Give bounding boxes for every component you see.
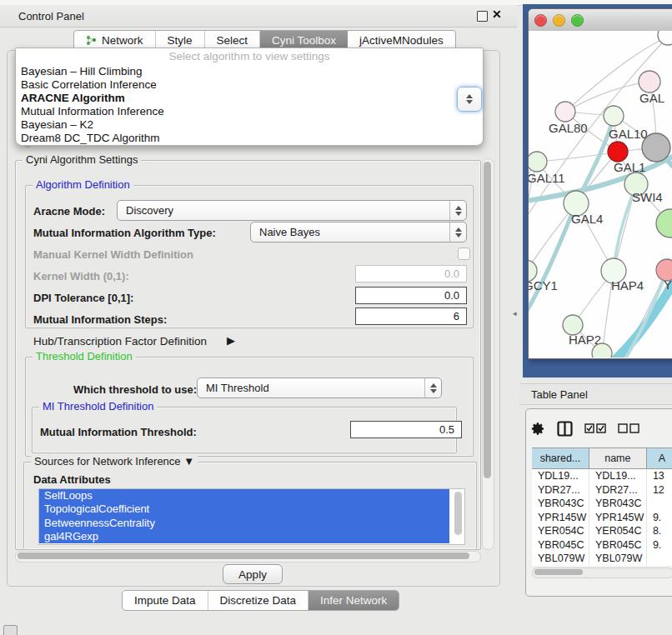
algorithm-option[interactable]: ARACNE Algorithm (16, 92, 483, 105)
dpi-tolerance-label: DPI Tolerance [0,1]: (33, 292, 133, 304)
aracne-mode-value: Discovery (118, 204, 449, 217)
which-threshold-label: Which threshold to use: (73, 383, 197, 396)
table-horizontal-scrollbar[interactable] (532, 568, 672, 578)
algorithm-option[interactable]: Basic Correlation Inference (16, 78, 483, 92)
collapse-arrow-icon[interactable]: ▼ (183, 455, 194, 468)
dpi-tolerance-value: 0.0 (444, 289, 459, 302)
sources-title: Sources for Network Inference ▼ (31, 455, 198, 468)
algorithm-option[interactable]: Bayesian – Hill Climbing (16, 65, 483, 78)
node[interactable] (592, 343, 612, 358)
node[interactable] (642, 133, 670, 162)
table-cell: YER054C (532, 524, 589, 538)
attribute-list-item[interactable]: BetweennessCentrality (39, 517, 449, 530)
manual-kernel-checkbox[interactable] (458, 248, 470, 260)
hub-definition-label[interactable]: Hub/Transcription Factor Definition (33, 335, 207, 348)
focused-combobox-fragment[interactable] (457, 87, 482, 112)
node-label: GAL10 (609, 127, 648, 141)
network-window-titlebar[interactable] (529, 9, 672, 32)
which-threshold-value: MI Threshold (198, 382, 424, 394)
mi-type-value: Naive Bayes (251, 226, 449, 238)
settings-gear-icon[interactable] (531, 422, 545, 436)
column-header-1[interactable]: shared... (532, 448, 589, 468)
deselect-all-checkboxes-icon[interactable] (618, 423, 639, 433)
apply-button-label: Apply (238, 568, 267, 581)
algorithm-option[interactable]: Mutual Information Inference (16, 105, 483, 118)
kernel-width-value: 0.0 (444, 268, 459, 280)
status-corner-icon[interactable] (3, 625, 18, 635)
table-header-row: shared...nameA (532, 448, 672, 469)
which-threshold-select[interactable]: MI Threshold (197, 378, 442, 398)
attribute-list-item[interactable]: SelfLoops (39, 489, 449, 502)
table-panel-titlebar: Table Panel (519, 383, 672, 405)
sources-title-text: Sources for Network Inference (34, 455, 181, 468)
mi-threshold-label: Mutual Information Threshold: (40, 426, 197, 438)
table-row[interactable]: YBR045CYBR045C9. (532, 538, 672, 552)
select-all-checkboxes-icon[interactable] (584, 423, 606, 433)
cyni-settings-title: Cyni Algorithm Settings (23, 153, 141, 166)
mi-threshold-field[interactable]: 0.5 (350, 421, 462, 438)
aracne-mode-label: Aracne Mode: (33, 205, 105, 218)
panel-splitter-handle[interactable]: ◂ (513, 309, 517, 318)
table-cell: YDL19... (589, 469, 647, 483)
app-root: Control Panel ✕ NetworkStyleSelectCyni T… (0, 0, 672, 635)
table-cell: YLR345W (589, 566, 647, 567)
kernel-width-field[interactable]: 0.0 (355, 265, 467, 282)
node-gal11[interactable] (529, 152, 547, 172)
close-traffic-light[interactable] (534, 14, 547, 27)
algorithm-option[interactable]: Bayesian – K2 (16, 118, 483, 132)
settings-vertical-scrollbar[interactable] (482, 158, 494, 550)
close-panel-icon[interactable]: ✕ (492, 8, 502, 21)
float-panel-icon[interactable] (477, 11, 488, 22)
apply-button[interactable]: Apply (223, 564, 283, 584)
table-row[interactable]: YBR043CYBR043C (532, 497, 672, 511)
table-cell: YPR145W (589, 511, 647, 525)
table-row[interactable]: YPR145WYPR145W9. (532, 511, 672, 525)
manual-kernel-label: Manual Kernel Width Definition (33, 248, 193, 261)
dpi-tolerance-field[interactable]: 0.0 (355, 287, 467, 304)
control-panel-title: Control Panel (18, 10, 84, 22)
table-row[interactable]: YLR345WYLR345W9. (532, 566, 672, 567)
stepper-arrows-icon (449, 222, 466, 242)
tab-infer-network[interactable]: Infer Network (308, 591, 399, 610)
column-header-2[interactable]: name (589, 448, 647, 468)
tab-label: Discretize Data (220, 594, 297, 607)
table-cell: 13 (647, 469, 672, 483)
tab-discretize-data[interactable]: Discretize Data (208, 591, 309, 610)
algorithm-option[interactable]: Dream8 DC_TDC Algorithm (16, 132, 483, 145)
settings-horizontal-scrollbar[interactable] (15, 551, 481, 562)
minimize-traffic-light[interactable] (553, 14, 565, 27)
node-label: GAL (639, 91, 664, 105)
bottom-tabbar: Impute DataDiscretize DataInfer Network (122, 590, 399, 611)
expand-arrow-icon[interactable]: ▶ (227, 334, 235, 347)
node[interactable] (656, 209, 672, 238)
table-cell (647, 497, 672, 511)
network-canvas[interactable]: GALGAL80GAL10GAL1GAL11SWI4GAL4GCY1HAP4YH… (529, 31, 672, 358)
list-scrollbar[interactable] (454, 492, 462, 540)
node-gal[interactable] (639, 71, 660, 92)
algorithm-dropdown-placeholder: Select algorithm to view settings (16, 48, 483, 65)
table-row[interactable]: YDR27...YDR27...12 (532, 483, 672, 498)
table-row[interactable]: YER054CYER054C8. (532, 524, 672, 538)
node-gal80[interactable] (555, 102, 575, 122)
mi-type-select[interactable]: Naive Bayes (250, 222, 467, 242)
node-table[interactable]: shared...nameA YDL19...YDL19...13YDR27..… (532, 448, 672, 566)
threshold-title: Threshold Definition (33, 350, 136, 362)
aracne-mode-select[interactable]: Discovery (117, 200, 467, 221)
node-gal1[interactable] (608, 142, 628, 162)
mi-steps-field[interactable]: 6 (355, 308, 467, 325)
node-gal10[interactable] (604, 106, 624, 126)
column-layout-icon[interactable] (557, 421, 573, 437)
attribute-list-item[interactable]: gal4RGexp (39, 530, 449, 543)
table-row[interactable]: YBL079WYBL079W (532, 552, 672, 566)
tab-label: Select (217, 34, 248, 47)
table-row[interactable]: YDL19...YDL19...13 (532, 469, 672, 483)
kernel-width-label: Kernel Width (0,1): (33, 270, 129, 282)
data-attributes-list[interactable]: SelfLoopsTopologicalCoefficientBetweenne… (38, 488, 465, 545)
node[interactable] (658, 31, 672, 45)
zoom-traffic-light[interactable] (571, 14, 584, 27)
tab-label: Network (102, 34, 143, 47)
tab-label: Infer Network (320, 594, 387, 607)
tab-impute-data[interactable]: Impute Data (123, 591, 208, 610)
attribute-list-item[interactable]: TopologicalCoefficient (39, 502, 449, 516)
column-header-3[interactable]: A (647, 448, 672, 468)
